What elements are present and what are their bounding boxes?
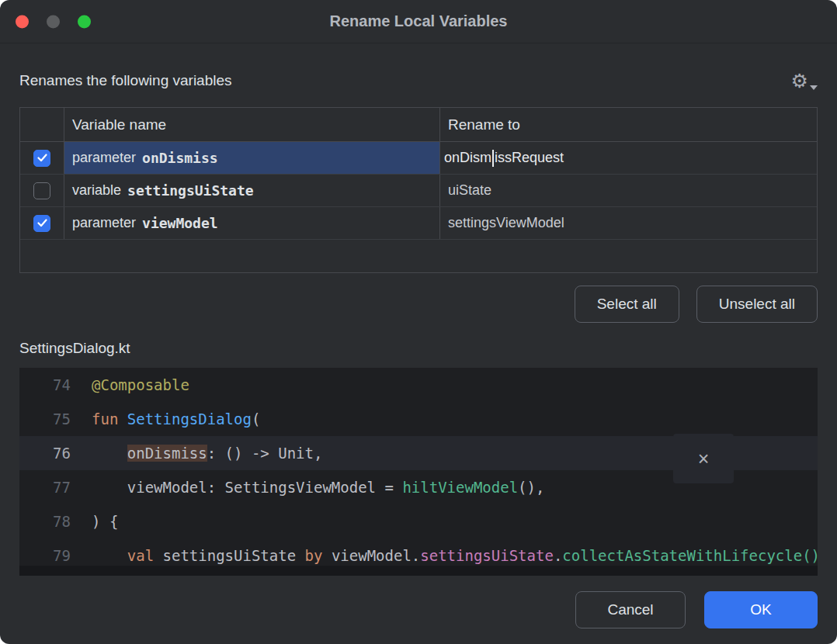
column-header-rename-to: Rename to (439, 108, 817, 141)
variable-name: viewModel (142, 215, 218, 231)
dialog-buttons-row: Cancel OK (19, 591, 818, 628)
code-text: onDismiss: () -> Unit, (89, 436, 322, 470)
unselect-all-button[interactable]: Unselect all (696, 286, 818, 323)
checkbox-cell (20, 175, 64, 206)
rename-text-after-caret: issRequest (495, 150, 564, 166)
code-text: viewModel: SettingsViewModel = hiltViewM… (89, 470, 544, 504)
code-token: ) { (92, 513, 118, 530)
checkbox-cell (20, 207, 64, 239)
ok-button[interactable]: OK (704, 591, 818, 628)
code-token: settingsUiState (163, 547, 305, 564)
code-token: val (127, 547, 163, 564)
row-checkbox[interactable] (33, 182, 50, 199)
code-line: 74 @Composable (19, 368, 818, 402)
code-token: @Composable (92, 376, 189, 393)
table-empty-area (20, 240, 817, 272)
close-window-button[interactable] (16, 15, 29, 28)
variable-name-cell[interactable]: parameter onDismiss (64, 142, 439, 174)
variable-name: settingsUiState (127, 182, 254, 199)
rename-local-variables-dialog: Rename Local Variables Renames the follo… (0, 0, 837, 644)
row-checkbox[interactable] (33, 215, 50, 232)
code-token: viewModel. (332, 547, 420, 564)
text-caret (492, 150, 494, 167)
variable-kind-label: parameter (72, 215, 136, 231)
code-token: hiltViewModel (402, 479, 518, 496)
code-token: onDismiss (127, 445, 207, 462)
variable-kind-label: parameter (72, 150, 136, 166)
code-token: . (554, 547, 562, 564)
variable-name-cell[interactable]: variable settingsUiState (64, 175, 439, 206)
rename-text: settingsViewModel (448, 215, 564, 231)
zoom-window-button[interactable] (78, 15, 91, 28)
line-number: 75 (19, 402, 89, 436)
selection-buttons-row: Select all Unselect all (19, 286, 818, 323)
description-row: Renames the following variables ⚙ (19, 67, 818, 95)
dialog-content: Renames the following variables ⚙ Variab… (0, 67, 837, 628)
rename-text: uiState (448, 182, 491, 199)
code-token: fun (92, 410, 127, 428)
code-token: SettingsDialog (127, 410, 252, 428)
column-header-checkbox (20, 108, 64, 141)
code-text: @Composable (89, 368, 189, 402)
check-icon (37, 219, 47, 227)
table-header-row: Variable name Rename to (20, 108, 817, 142)
title-bar: Rename Local Variables (0, 0, 837, 43)
file-name-label: SettingsDialog.kt (19, 340, 818, 360)
select-all-button[interactable]: Select all (575, 286, 679, 323)
rename-to-cell[interactable]: settingsViewModel (439, 207, 817, 239)
gear-dropdown-arrow-icon (810, 85, 818, 90)
rename-to-cell[interactable]: onDismissRequest (439, 142, 817, 174)
check-icon (37, 154, 47, 162)
table-row[interactable]: variable settingsUiState uiState (20, 175, 817, 207)
close-icon[interactable]: × (693, 448, 714, 469)
code-token (92, 445, 127, 462)
line-number: 74 (19, 368, 89, 402)
line-number: 76 (19, 436, 89, 470)
code-token: settingsUiState (420, 547, 554, 564)
code-token: by (305, 547, 332, 564)
variable-name: onDismiss (142, 150, 218, 166)
window-title: Rename Local Variables (329, 12, 507, 30)
code-token: : () -> Unit, (207, 445, 323, 462)
line-number: 77 (19, 470, 89, 504)
code-line: 78 ) { (19, 504, 818, 538)
code-text: ) { (89, 504, 118, 538)
minimize-window-button[interactable] (47, 15, 60, 28)
rename-to-cell[interactable]: uiState (439, 175, 817, 206)
line-number: 78 (19, 504, 89, 538)
code-preview-editor: 74 @Composable 75 fun SettingsDialog( 76… (19, 368, 818, 576)
window-controls (16, 15, 91, 28)
editor-hint-popup: × (673, 434, 734, 483)
code-token: viewModel: SettingsViewModel = (92, 479, 402, 496)
dialog-description: Renames the following variables (19, 72, 232, 89)
variable-name-cell[interactable]: parameter viewModel (64, 207, 439, 239)
cancel-button[interactable]: Cancel (575, 591, 686, 628)
row-checkbox[interactable] (33, 150, 50, 167)
code-text: fun SettingsDialog( (89, 402, 260, 436)
code-token (92, 547, 127, 564)
variables-table: Variable name Rename to parameter onDism… (19, 107, 818, 273)
code-token: (), (518, 479, 544, 496)
code-line: 75 fun SettingsDialog( (19, 402, 818, 436)
settings-gear-icon[interactable]: ⚙ (790, 70, 818, 92)
column-header-variable-name: Variable name (64, 108, 439, 141)
rename-text-before-caret: onDism (444, 150, 491, 166)
table-row[interactable]: parameter onDismiss onDismissRequest (20, 142, 817, 175)
editor-scrollbar-track[interactable] (19, 566, 818, 576)
table-row[interactable]: parameter viewModel settingsViewModel (20, 207, 817, 240)
checkbox-cell (20, 142, 64, 174)
code-token: ( (252, 410, 260, 428)
code-token: collectAsStateWithLifecycle() (562, 547, 818, 564)
variable-kind-label: variable (72, 182, 121, 199)
